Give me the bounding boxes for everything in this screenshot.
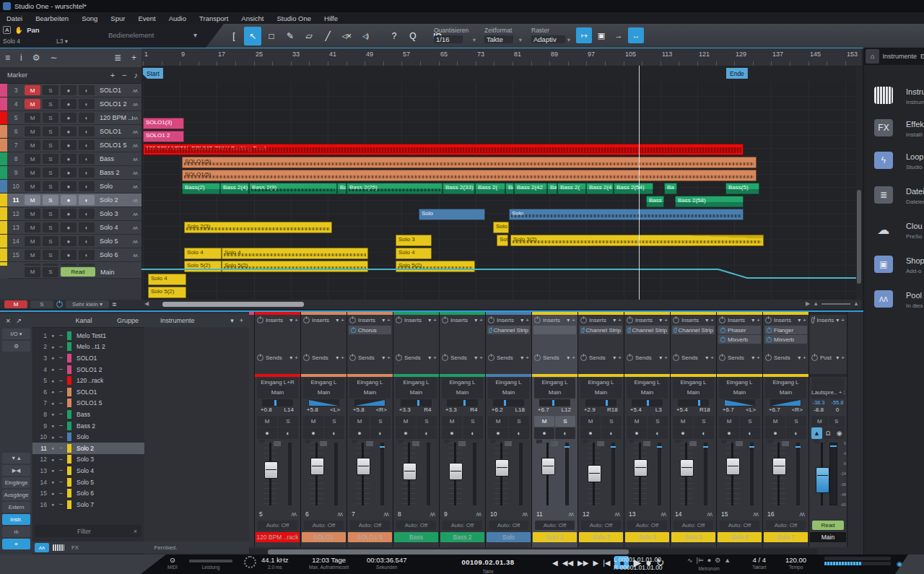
bracket-tool-icon[interactable]: [: [225, 27, 243, 45]
volume-value[interactable]: +6.7: [717, 406, 740, 416]
channel-color-chip[interactable]: [67, 388, 71, 396]
solo-button[interactable]: S: [324, 416, 344, 427]
wrench-icon[interactable]: ⚙: [2, 341, 30, 352]
mute-button[interactable]: M: [25, 181, 40, 191]
solo-button[interactable]: S: [509, 416, 529, 427]
marker-flag[interactable]: Ende: [726, 68, 748, 79]
solo-button[interactable]: S: [463, 416, 483, 427]
channel-row[interactable]: 13 ● ∼ Solo 4: [32, 465, 144, 477]
mute-button[interactable]: M: [349, 416, 370, 427]
monitor-button[interactable]: ◐: [79, 181, 95, 191]
channel-name[interactable]: Solo 4: [77, 467, 94, 474]
fader-handle[interactable]: [680, 459, 694, 477]
channel-name[interactable]: Solo 5: [77, 479, 94, 486]
audio-clip[interactable]: Bass 2(9): [249, 183, 337, 194]
playhead[interactable]: [639, 66, 640, 300]
record-arm-button[interactable]: ●: [61, 236, 77, 246]
audio-clip[interactable]: Bass(5): [725, 183, 759, 194]
fast-forward-button[interactable]: ▶▶: [578, 559, 588, 567]
mute-button[interactable]: M: [396, 416, 416, 427]
solo-button[interactable]: S: [43, 181, 58, 191]
zoom-controls[interactable]: ▶▲▲: [806, 300, 859, 307]
clip-lanes[interactable]: SOLO1(3) SOLO1 2 120 BPM METAL DRUMS ONL…: [141, 82, 862, 300]
sends-header[interactable]: Sends▾+: [624, 352, 670, 363]
record-arm-button[interactable]: ●: [303, 427, 323, 439]
instrument-channels-icon[interactable]: [51, 543, 66, 552]
channel-strip[interactable]: Inserts▾+ PhaserMixverb Sends▾+ Eingang …: [717, 312, 763, 547]
pan-value[interactable]: R18: [694, 406, 717, 416]
record-dot-icon[interactable]: ●: [51, 401, 58, 406]
io-routing[interactable]: Eingang L Main: [627, 378, 668, 399]
column-gruppe[interactable]: Gruppe: [117, 317, 160, 324]
channel-strip[interactable]: Inserts▾+ Channel Strip Sends▾+ Eingang …: [486, 312, 532, 547]
record-arm-button[interactable]: ●: [349, 427, 370, 439]
audio-clip[interactable]: Solo 2: [493, 222, 509, 233]
main-channel-strip[interactable]: Inserts▾+ Post▾+ Lautspre.. + 2 -38.3-55…: [809, 312, 847, 547]
sends-header[interactable]: Sends▾+: [578, 352, 624, 363]
inserts-header[interactable]: Inserts▾+: [486, 315, 531, 326]
pan-value[interactable]: <R>: [370, 406, 393, 416]
mute-button[interactable]: M: [25, 236, 40, 246]
track-row[interactable]: 8 M S ● ◐ Bass ʌʌ: [0, 152, 141, 166]
automation-mode-button[interactable]: Auto: Off: [489, 521, 528, 530]
track-name[interactable]: Bass: [100, 155, 133, 162]
mute-button[interactable]: M: [25, 168, 40, 178]
mute-button[interactable]: M: [719, 416, 739, 427]
pan-value[interactable]: <L>: [324, 406, 347, 416]
extern-button[interactable]: Extern: [2, 502, 30, 513]
track-color-chip[interactable]: [0, 248, 7, 261]
fader-handle[interactable]: [588, 465, 601, 482]
record-time-display[interactable]: 12:03 Tage Max. Aufnahmezeit: [309, 556, 349, 570]
automation-mode-button[interactable]: Auto: Off: [627, 521, 667, 530]
record-dot-icon[interactable]: ●: [51, 468, 58, 473]
inserts-header[interactable]: Inserts▾+: [393, 315, 439, 326]
record-dot-icon[interactable]: ●: [51, 479, 58, 484]
inserts-header[interactable]: Inserts▾+: [347, 315, 393, 326]
record-arm-button[interactable]: ●: [61, 99, 77, 109]
track-list-menu-icon[interactable]: ≡: [5, 53, 10, 63]
menu-item[interactable]: Event: [131, 14, 162, 22]
track-color-chip[interactable]: [0, 111, 7, 124]
macro-control-panel[interactable]: A✋Pan Solo 4 L3 ▾ Bedienelement ▾: [0, 24, 224, 48]
monitor-button[interactable]: ◐: [370, 427, 391, 439]
automation-curve-icon[interactable]: ∼: [58, 400, 67, 406]
audio-clip[interactable]: Solo 2(3): [184, 222, 332, 233]
track-row[interactable]: 10 M S ● ◐ Solo ʌʌ: [0, 180, 141, 193]
solo-button[interactable]: S: [417, 416, 437, 427]
track-height-select[interactable]: Sehr klein ▾: [66, 300, 109, 308]
mute-button[interactable]: M: [673, 416, 693, 427]
audio-clip[interactable]: Bass: [646, 196, 664, 207]
pencil-tool-icon[interactable]: ✎: [282, 27, 299, 45]
solo-button[interactable]: S: [43, 195, 58, 205]
channel-name[interactable]: 120 ..rack: [77, 377, 103, 384]
strip-name-label[interactable]: Solo 5: [671, 532, 715, 542]
pan-value[interactable]: R4: [417, 406, 440, 416]
track-name[interactable]: Bass 2: [100, 169, 133, 176]
channel-name[interactable]: Bass 2: [77, 422, 95, 430]
range-tool-icon[interactable]: □: [263, 27, 280, 45]
channel-row[interactable]: 9 ● ∼ Bass 2: [32, 420, 144, 432]
monitor-button[interactable]: ◐: [324, 427, 344, 439]
output-routing[interactable]: Lautspre.. + 2: [811, 378, 845, 399]
input-routing[interactable]: Eingang L: [442, 378, 483, 388]
record-dot-icon[interactable]: ●: [51, 502, 58, 507]
fader-handle[interactable]: [772, 458, 786, 475]
narrow-icon[interactable]: ▶◀: [2, 465, 30, 476]
fader-handle[interactable]: [403, 463, 417, 480]
return-to-start-button[interactable]: |◀: [603, 559, 610, 567]
insert-slot[interactable]: Flanger: [764, 326, 807, 334]
track-color-chip[interactable]: [0, 235, 7, 248]
solo-button[interactable]: S: [648, 416, 668, 427]
fader-handle[interactable]: [634, 459, 648, 477]
output-routing[interactable]: Main: [349, 388, 391, 398]
channel-color-chip[interactable]: [67, 478, 71, 487]
channel-strip[interactable]: Inserts▾+ Channel Strip Sends▾+ Eingang …: [578, 312, 624, 547]
automation-mode-button[interactable]: Auto: Off: [766, 521, 806, 530]
io-routing[interactable]: Eingang L Main: [349, 378, 391, 399]
solo-button[interactable]: S: [43, 113, 58, 123]
record-arm-button[interactable]: ●: [61, 195, 77, 205]
channel-name[interactable]: Solo 6: [77, 490, 94, 497]
channel-name[interactable]: SOLO1 2: [77, 366, 102, 373]
volume-value[interactable]: +3.3: [393, 406, 417, 416]
track-row[interactable]: 11 M S ● ◐ Solo 2 ʌʌ: [0, 193, 141, 207]
